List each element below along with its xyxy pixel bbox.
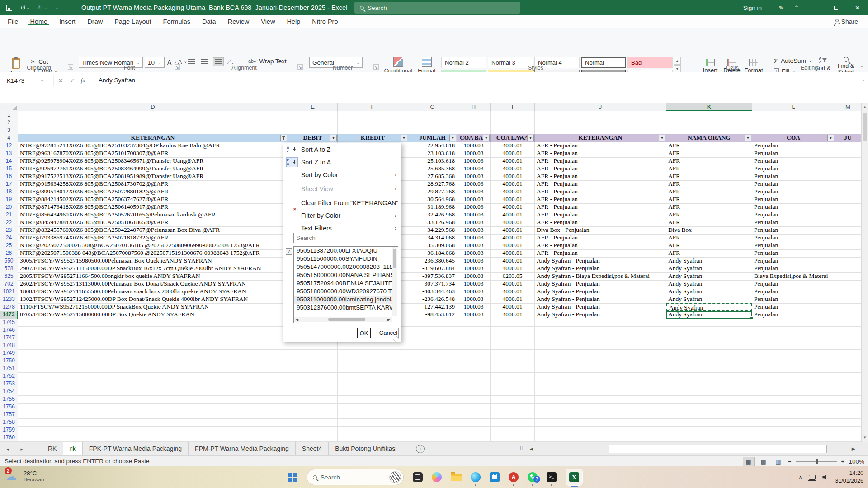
cell[interactable]	[457, 357, 491, 365]
sheet-tab[interactable]: rk	[63, 442, 82, 456]
cell-jumlah[interactable]: -236.380.645	[408, 257, 457, 265]
cell[interactable]	[288, 357, 338, 365]
cell[interactable]	[288, 127, 338, 135]
excel-taskbar-button[interactable]: X	[566, 466, 583, 488]
sheet-nav-left-icon[interactable]: ◂	[6, 446, 9, 452]
cell[interactable]	[535, 395, 666, 404]
cell[interactable]	[491, 349, 535, 357]
cell-nama-orang[interactable]: AFR	[666, 142, 752, 150]
cell[interactable]	[457, 365, 491, 373]
cell-keterangan-j[interactable]: Andy Syafran - Penjualan	[535, 265, 666, 273]
scroll-up-icon[interactable]: ▲	[862, 103, 868, 111]
page-break-view-icon[interactable]: ▥	[773, 457, 784, 466]
cell[interactable]	[18, 319, 288, 327]
cell[interactable]	[835, 426, 861, 434]
zoom-in-icon[interactable]: +	[841, 458, 845, 465]
cell[interactable]	[666, 365, 752, 373]
cell-coa-bank[interactable]: 1000.03	[457, 203, 491, 211]
cell[interactable]	[491, 342, 535, 350]
cell-jumlah[interactable]: 23.103.618	[408, 150, 457, 158]
ribbon-tab[interactable]: Review	[222, 18, 255, 25]
cell-coa[interactable]: Penjualan	[752, 203, 835, 211]
cell[interactable]	[338, 119, 408, 127]
cell[interactable]	[535, 434, 666, 442]
cell-coa-bank[interactable]: 1000.03	[457, 280, 491, 288]
cell[interactable]	[408, 434, 457, 442]
sheet-nav-right-icon[interactable]: ▸	[21, 446, 24, 452]
alignment-dialog-launcher-icon[interactable]: ↘	[297, 64, 303, 70]
cell-keterangan-j[interactable]: AFR - Penjualan	[535, 173, 666, 181]
vertical-scrollbar[interactable]: ▲ ▼	[861, 103, 868, 442]
row-header[interactable]: 22	[0, 219, 18, 227]
cell[interactable]	[835, 111, 861, 119]
cell-coa-lawan[interactable]: 4000.01	[491, 173, 535, 181]
cell[interactable]	[535, 426, 666, 434]
column-header[interactable]: F	[338, 103, 408, 111]
cell-coa-bank[interactable]: 1000.03	[457, 311, 491, 319]
filter-search-input[interactable]	[293, 233, 398, 243]
cell-coa[interactable]: Penjualan	[752, 188, 835, 196]
cell[interactable]	[457, 119, 491, 127]
cell-jumlah[interactable]: 22.954.618	[408, 142, 457, 150]
cell[interactable]	[666, 357, 752, 365]
cell-coa[interactable]: Penjualan	[752, 196, 835, 204]
cell[interactable]	[752, 411, 835, 419]
cell-keterangan-d[interactable]: NTRF@917522513X0Z6 805@BCA25081951989@Tr…	[18, 173, 288, 181]
table-header-cell[interactable]: COA	[752, 134, 835, 142]
row-header[interactable]: 3	[0, 127, 18, 135]
expand-formula-bar-icon[interactable]: ⌄	[862, 77, 865, 82]
column-header[interactable]: M	[835, 103, 861, 111]
cell[interactable]	[491, 365, 535, 373]
cell[interactable]	[666, 111, 752, 119]
cell[interactable]	[491, 127, 535, 135]
cell-jumlah[interactable]: -403.344.463	[408, 288, 457, 296]
cut-button[interactable]: ✂Cut	[31, 58, 48, 65]
terminal-button[interactable]: >_	[547, 466, 557, 488]
cell[interactable]	[338, 380, 408, 388]
row-header[interactable]: 16	[0, 173, 18, 181]
row-header[interactable]: 1748	[0, 342, 18, 350]
filter-dropdown-icon[interactable]	[483, 135, 490, 141]
font-size-select[interactable]: 10⌄	[145, 57, 165, 68]
cell[interactable]	[18, 342, 288, 350]
column-header[interactable]: J	[535, 103, 666, 111]
sign-in-button[interactable]: Sign in	[743, 5, 762, 11]
select-all-corner[interactable]	[0, 103, 18, 111]
cell-style-item[interactable]: Bad	[627, 57, 673, 68]
cell-nama-orang[interactable]: Andy Syafran	[666, 303, 752, 311]
cell-coa-bank[interactable]: 1000.03	[457, 272, 491, 281]
ribbon-tab[interactable]: Page Layout	[108, 18, 157, 25]
row-header[interactable]: 1278	[0, 303, 18, 311]
insert-function-icon[interactable]: fx	[81, 77, 85, 84]
cell-coa-lawan[interactable]: 4000.01	[491, 249, 535, 258]
row-header[interactable]: 15	[0, 165, 18, 173]
cell[interactable]	[535, 349, 666, 357]
cell-coa-bank[interactable]: 1000.03	[457, 288, 491, 296]
top-align-icon[interactable]	[186, 58, 196, 66]
cell-keterangan-d[interactable]: NTRF@972815214X0Z6 805@BCA25103237304@DP…	[18, 142, 288, 150]
table-header-cell[interactable]: DEBIT	[288, 134, 338, 142]
cell-keterangan-d[interactable]: 1302/FTSCY/WS952712425000.00DP Box Donat…	[18, 296, 288, 304]
cell-keterangan-d[interactable]: 0705/FTSCY/WS952715000000.00DP Box Queki…	[18, 311, 288, 319]
cell[interactable]	[835, 311, 861, 319]
ribbon-tab[interactable]: Data	[196, 18, 222, 25]
cell[interactable]	[491, 434, 535, 442]
cell-coa-bank[interactable]: 1000.03	[457, 219, 491, 227]
cell[interactable]	[338, 127, 408, 135]
cell-coa[interactable]: Penjualan	[752, 280, 835, 288]
cell[interactable]	[666, 119, 752, 127]
device-icon[interactable]	[809, 475, 816, 480]
cell[interactable]	[835, 372, 861, 380]
cell-keterangan-j[interactable]: Diva Box - Penjualan	[535, 226, 666, 235]
cell[interactable]	[535, 357, 666, 365]
speaker-icon[interactable]	[822, 474, 828, 480]
cell[interactable]	[18, 127, 288, 135]
cell-coa-lawan[interactable]: 4000.01	[491, 257, 535, 265]
filter-value-item[interactable]: 950312376000.00bmtSEPTA KARWAN	[294, 304, 392, 312]
cell[interactable]	[835, 211, 861, 219]
cell[interactable]	[338, 342, 408, 350]
cell-coa[interactable]: Penjualan	[752, 265, 835, 273]
cell[interactable]	[666, 342, 752, 350]
red-a-app-button[interactable]: A	[509, 466, 519, 488]
cell[interactable]	[835, 157, 861, 165]
